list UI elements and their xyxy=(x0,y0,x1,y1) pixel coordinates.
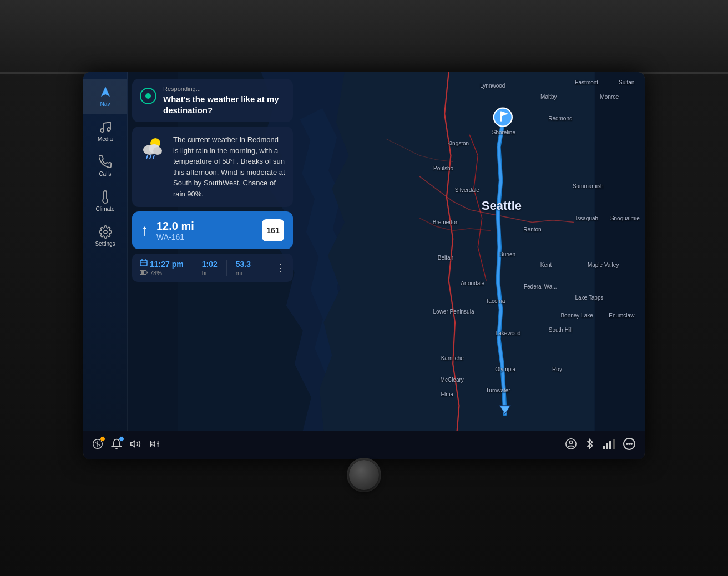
climate-label: Climate xyxy=(96,206,115,212)
map-label-redmond: Redmond xyxy=(548,115,572,122)
trip-duration-unit: hr xyxy=(202,270,218,276)
sidebar-item-settings[interactable]: Settings xyxy=(83,219,127,254)
map-label-roy: Roy xyxy=(552,366,562,372)
trip-arrival-item: 11:27 pm 78% xyxy=(140,259,184,276)
trip-arrival-time: 11:27 pm xyxy=(150,260,184,269)
svg-line-12 xyxy=(146,155,148,159)
settings-icon xyxy=(99,225,112,239)
screen-container: Nav Media Calls xyxy=(83,72,645,459)
svg-rect-20 xyxy=(141,271,144,274)
map-label-lakewood: Lakewood xyxy=(496,330,521,336)
trip-duration: 1:02 xyxy=(202,260,218,269)
map-label-mccleary: McCleary xyxy=(441,377,464,383)
volume-icon[interactable] xyxy=(130,438,141,452)
voice-text-block: Responding... What's the weather like at… xyxy=(163,85,285,115)
svg-point-0 xyxy=(100,129,104,132)
road-badge-number: 161 xyxy=(266,226,279,235)
map-label-kingston: Kingston xyxy=(447,140,469,146)
more-icon[interactable] xyxy=(623,437,636,453)
sidebar-item-media[interactable]: Media xyxy=(83,114,127,149)
equalizer-icon[interactable] xyxy=(149,438,160,452)
map-label-monroe: Monroe xyxy=(600,94,619,100)
svg-point-42 xyxy=(631,443,632,444)
trip-arrival-label: 11:27 pm xyxy=(140,259,184,269)
svg-marker-24 xyxy=(131,441,135,447)
nav-road: WA-161 xyxy=(156,233,254,241)
calls-icon xyxy=(99,155,112,169)
nav-label: Nav xyxy=(100,101,110,107)
settings-label: Settings xyxy=(95,241,115,247)
notifications-icon[interactable] xyxy=(111,438,122,452)
nav-distance: 12.0 mi xyxy=(156,220,254,233)
status-bar-left xyxy=(92,438,560,452)
map-label-south_hill: South Hill xyxy=(549,327,573,333)
bluetooth-icon[interactable] xyxy=(585,438,595,453)
status-bar xyxy=(83,431,645,459)
voice-icon xyxy=(140,88,156,104)
media-label: Media xyxy=(98,136,113,142)
map-area: Seattle Lynnwood Maltby Eastmont Sultan … xyxy=(128,72,645,431)
svg-rect-35 xyxy=(603,446,605,449)
wifi-icon[interactable] xyxy=(92,438,103,452)
control-knob[interactable] xyxy=(349,460,379,490)
map-label-snoqualmie: Snoqualmie xyxy=(610,215,640,221)
svg-point-11 xyxy=(153,147,162,155)
map-label-burien: Burien xyxy=(499,251,515,257)
map-label-kent: Kent xyxy=(540,262,552,268)
map-label-federal_way: Federal Wa... xyxy=(524,284,557,290)
map-label-eastmont: Eastmont xyxy=(575,79,598,85)
map-label-lynnwood: Lynnwood xyxy=(480,83,505,89)
map-label-maple_valley: Maple Valley xyxy=(588,262,619,268)
calls-label: Calls xyxy=(99,171,111,177)
svg-rect-36 xyxy=(606,443,608,449)
voice-card: Responding... What's the weather like at… xyxy=(132,79,293,122)
svg-rect-15 xyxy=(140,260,147,266)
map-label-tacoma: Tacoma xyxy=(486,298,505,304)
svg-rect-37 xyxy=(609,441,611,449)
voice-icon-inner xyxy=(145,93,151,99)
responding-label: Responding... xyxy=(163,85,285,92)
nav-icon xyxy=(99,85,112,99)
svg-point-34 xyxy=(569,441,573,444)
trip-duration-item: 1:02 hr xyxy=(202,260,218,276)
signal-icon[interactable] xyxy=(603,438,615,452)
map-label-renton: Renton xyxy=(523,226,541,233)
status-bar-right xyxy=(565,437,636,453)
trip-more-button[interactable]: ⋮ xyxy=(275,262,285,274)
map-label-tumwater: Tumwater xyxy=(486,387,510,393)
svg-point-1 xyxy=(107,128,110,131)
weather-text: The current weather in Redmond is light … xyxy=(173,134,285,199)
sidebar-item-calls[interactable]: Calls xyxy=(83,149,127,184)
sidebar: Nav Media Calls xyxy=(83,72,128,431)
map-label-belfair: Belfair xyxy=(438,255,453,261)
notifications-badge xyxy=(119,436,124,442)
map-label-lake_tapps: Lake Tapps xyxy=(575,295,603,301)
nav-info: 12.0 mi WA-161 xyxy=(156,220,254,241)
svg-point-4 xyxy=(494,108,512,127)
wifi-badge xyxy=(100,436,105,442)
svg-point-2 xyxy=(104,230,107,234)
trip-battery-percent: 78% xyxy=(150,270,162,276)
car-frame: Nav Media Calls xyxy=(0,0,728,576)
trip-battery-icon xyxy=(140,270,148,276)
trip-bar: 11:27 pm 78% xyxy=(132,254,293,282)
weather-icon xyxy=(140,135,166,163)
map-label-silverdale: Silverdale xyxy=(455,187,479,193)
map-label-bremerton: Bremerton xyxy=(433,219,459,225)
map-label-sultan: Sultan xyxy=(619,79,634,85)
sidebar-item-climate[interactable]: Climate xyxy=(83,184,127,219)
trip-distance-unit: mi xyxy=(236,270,251,276)
map-label-bonney_lake: Bonney Lake xyxy=(560,312,593,319)
trip-distance: 53.3 xyxy=(236,260,251,269)
map-label-poulsbo: Poulsbo xyxy=(433,165,453,171)
trip-battery-label: 78% xyxy=(140,270,184,276)
map-label-maltby: Maltby xyxy=(540,94,557,100)
map-label-artondale: Artondale xyxy=(461,280,484,286)
svg-line-13 xyxy=(150,155,151,159)
svg-rect-5 xyxy=(501,112,502,122)
sidebar-item-nav[interactable]: Nav xyxy=(83,79,127,114)
main-screen: Nav Media Calls xyxy=(83,72,645,431)
overlay-panel: Responding... What's the weather like at… xyxy=(132,79,293,282)
media-icon xyxy=(99,120,112,134)
profile-icon[interactable] xyxy=(565,438,577,453)
